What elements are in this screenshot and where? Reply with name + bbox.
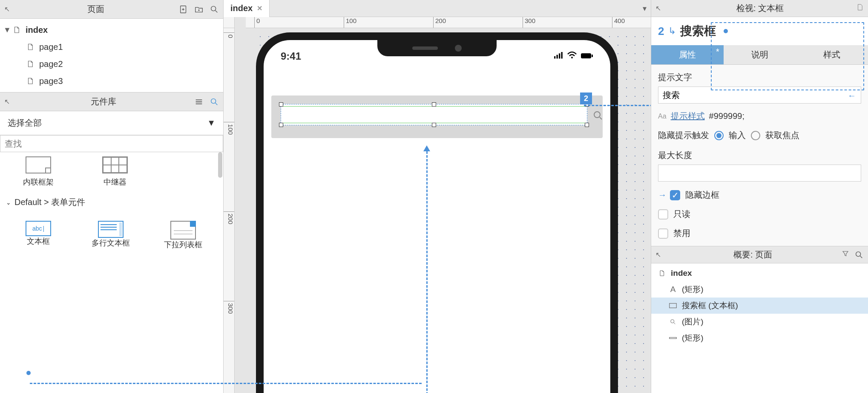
- phone-frame: 9:41: [256, 32, 618, 393]
- tab-properties[interactable]: 属性 *: [651, 45, 724, 65]
- filter-icon[interactable]: [842, 250, 849, 260]
- pages-title: 页面: [13, 3, 179, 15]
- inline-frame-thumb: [26, 156, 51, 173]
- readonly-checkbox[interactable]: [658, 209, 668, 220]
- resize-handle[interactable]: [432, 102, 436, 107]
- ruler-vertical: 0 100 200 300: [224, 28, 235, 393]
- font-icon: Aa: [658, 113, 667, 120]
- document-icon[interactable]: [856, 3, 864, 14]
- menu-icon[interactable]: [194, 97, 204, 107]
- radio-on-focus[interactable]: [751, 131, 760, 140]
- tree-toggle-icon[interactable]: ▼: [3, 26, 12, 35]
- canvas-tab[interactable]: index ✕: [224, 0, 270, 17]
- add-folder-icon[interactable]: [194, 5, 204, 14]
- arrow-right-icon: →: [658, 190, 667, 200]
- chevron-down-icon: ▼: [207, 118, 216, 128]
- close-tab-icon[interactable]: ✕: [257, 4, 262, 12]
- search-pages-icon[interactable]: [210, 5, 219, 14]
- outline-item[interactable]: 搜索框 (文本框): [651, 298, 868, 314]
- resize-handle[interactable]: [585, 123, 589, 127]
- scrollbar[interactable]: [218, 152, 222, 178]
- add-page-icon[interactable]: [179, 5, 188, 14]
- textfield-thumb: abc|: [26, 221, 51, 236]
- inspector-tabs: 属性 * 说明 样式: [651, 45, 868, 65]
- page-item[interactable]: page1: [0, 38, 223, 55]
- outline-item[interactable]: (图片): [651, 314, 868, 330]
- outline-item[interactable]: A (矩形): [651, 281, 868, 298]
- widget-name[interactable]: 搜索框: [680, 23, 716, 39]
- collapse-icon[interactable]: ↖: [4, 98, 13, 106]
- page-icon: [26, 59, 35, 69]
- hide-hint-label: 隐藏提示触发: [658, 130, 709, 141]
- widget-repeater[interactable]: 中继器: [89, 156, 141, 187]
- hint-color-value: #999999;: [709, 111, 744, 121]
- phone-status-bar: 9:41: [264, 48, 610, 65]
- disabled-checkbox[interactable]: [658, 228, 668, 239]
- outline-item[interactable]: (矩形): [651, 330, 868, 346]
- tab-style[interactable]: 样式: [796, 45, 868, 65]
- page-root[interactable]: ▼ index: [0, 21, 223, 38]
- svg-rect-5: [559, 53, 560, 58]
- svg-rect-3: [554, 56, 555, 58]
- hide-border-checkbox[interactable]: ✓: [670, 190, 680, 200]
- hint-text-label: 提示文字: [658, 72, 861, 83]
- page-icon: [26, 76, 35, 86]
- textarea-thumb: [98, 221, 124, 238]
- step-number: 2: [658, 25, 664, 38]
- page-item[interactable]: page2: [0, 55, 223, 72]
- svg-rect-14: [670, 338, 677, 339]
- inspector-title: 检视: 文本框: [664, 3, 856, 14]
- line-icon: [668, 337, 678, 339]
- page-icon: [26, 42, 35, 52]
- canvas[interactable]: 9:41: [235, 28, 651, 393]
- selected-textfield[interactable]: 2: [281, 104, 587, 125]
- svg-point-7: [571, 57, 573, 58]
- outline-header: ↖ 概要: 页面: [651, 246, 868, 263]
- svg-point-11: [856, 251, 861, 256]
- collapse-icon[interactable]: ↖: [655, 251, 664, 259]
- outline-title: 概要: 页面: [664, 249, 842, 260]
- widgets-panel-header: ↖ 元件库: [0, 92, 223, 111]
- widget-category[interactable]: ⌄ Default > 表单元件: [0, 191, 223, 213]
- widget-textarea[interactable]: 多行文本框: [85, 221, 136, 250]
- page-icon: [657, 269, 667, 277]
- widgets-search-input[interactable]: [0, 135, 223, 152]
- arrow-left-icon: ←: [848, 91, 856, 101]
- maxlen-input[interactable]: [658, 165, 861, 182]
- arrow-head-icon: [423, 145, 430, 151]
- page-icon: [12, 25, 21, 35]
- svg-rect-8: [581, 53, 591, 58]
- rect-icon: [668, 303, 678, 308]
- resize-handle[interactable]: [279, 102, 283, 107]
- chevron-down-icon: ⌄: [6, 199, 11, 206]
- search-outline-icon[interactable]: [854, 250, 864, 260]
- ruler-horizontal: 0 100 200 300 400: [246, 17, 651, 28]
- widget-textfield[interactable]: abc| 文本框: [13, 221, 64, 250]
- tab-notes[interactable]: 说明: [724, 45, 796, 65]
- hint-style-link[interactable]: 提示样式: [671, 110, 705, 122]
- wifi-icon: [567, 52, 577, 61]
- outline-root[interactable]: index: [651, 265, 868, 281]
- svg-rect-12: [670, 303, 677, 308]
- hint-text-input[interactable]: [658, 87, 861, 104]
- widgets-title: 元件库: [13, 96, 194, 107]
- search-widgets-icon[interactable]: [210, 97, 219, 107]
- collapse-icon[interactable]: ↖: [4, 5, 13, 14]
- widget-name-row: 2 ↳ 搜索框: [651, 17, 868, 45]
- outline-tree: index A (矩形) 搜索框 (文本框) (图片) (矩形): [651, 263, 868, 393]
- annotation-dot: [26, 371, 31, 375]
- text-shape-icon: A: [668, 285, 678, 294]
- widget-select[interactable]: 下拉列表框: [158, 221, 209, 250]
- select-thumb: [170, 221, 196, 240]
- canvas-tabs: index ✕ ▾: [224, 0, 651, 17]
- radio-on-input[interactable]: [714, 131, 724, 140]
- page-item[interactable]: page3: [0, 72, 223, 90]
- resize-handle[interactable]: [279, 123, 283, 127]
- widget-inline-frame[interactable]: 内联框架: [13, 156, 64, 187]
- resize-handle[interactable]: [432, 123, 436, 127]
- collapse-icon[interactable]: ↖: [655, 4, 664, 13]
- properties-panel: 提示文字 ← Aa 提示样式 #999999; 隐藏提示触发 输入 获取焦点 最…: [651, 65, 868, 246]
- arrow-right-icon: ↳: [668, 26, 676, 37]
- library-select[interactable]: 选择全部 ▼: [3, 115, 220, 131]
- tabs-menu-icon[interactable]: ▾: [643, 4, 651, 13]
